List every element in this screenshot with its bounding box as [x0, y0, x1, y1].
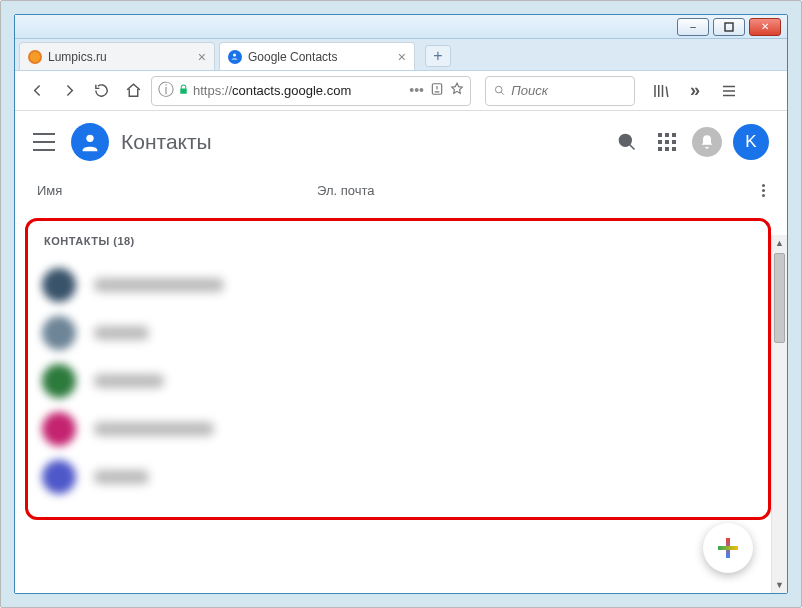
home-button[interactable]: [119, 77, 147, 105]
main-menu-button[interactable]: [33, 133, 55, 151]
contact-avatar: [42, 460, 76, 494]
search-icon: [494, 84, 505, 97]
plus-icon: [718, 538, 738, 558]
contact-name-blurred: [94, 374, 164, 388]
scroll-thumb[interactable]: [774, 253, 785, 343]
create-contact-fab[interactable]: [703, 523, 753, 573]
bookmark-icon[interactable]: [450, 82, 464, 99]
tab-close-icon[interactable]: ×: [198, 50, 206, 64]
window-titlebar: – ✕: [15, 15, 787, 39]
address-bar[interactable]: ⓘ https://contacts.google.com •••: [151, 76, 471, 106]
contact-avatar: [42, 364, 76, 398]
tab-close-icon[interactable]: ×: [398, 50, 406, 64]
window-maximize-button[interactable]: [713, 18, 745, 36]
new-tab-button[interactable]: +: [425, 45, 451, 67]
reader-mode-icon[interactable]: [430, 82, 444, 99]
lock-icon: [178, 82, 189, 100]
svg-point-5: [620, 135, 632, 147]
contact-name-blurred: [94, 278, 224, 292]
svg-point-4: [86, 135, 93, 142]
svg-point-3: [495, 86, 502, 93]
app-bar: Контакты K: [15, 111, 787, 173]
site-info-icon[interactable]: ⓘ: [158, 80, 174, 101]
google-apps-button[interactable]: [647, 122, 687, 162]
scroll-down-icon[interactable]: ▼: [772, 577, 787, 593]
overflow-button[interactable]: »: [681, 77, 709, 105]
column-name: Имя: [37, 183, 317, 198]
apps-grid-icon: [658, 133, 676, 151]
account-avatar[interactable]: K: [733, 124, 769, 160]
browser-toolbar: ⓘ https://contacts.google.com ••• »: [15, 71, 787, 111]
tab-strip: Lumpics.ru × Google Contacts × +: [15, 39, 787, 71]
contact-row[interactable]: [36, 453, 760, 501]
tab-title: Lumpics.ru: [48, 50, 198, 64]
page-actions-icon[interactable]: •••: [409, 82, 424, 99]
contact-avatar: [42, 268, 76, 302]
contacts-section-label: КОНТАКТЫ (18): [36, 231, 760, 261]
vertical-scrollbar[interactable]: ▲ ▼: [771, 235, 787, 593]
contact-row[interactable]: [36, 405, 760, 453]
contacts-logo-icon: [71, 123, 109, 161]
column-email: Эл. почта: [317, 183, 762, 198]
reload-button[interactable]: [87, 77, 115, 105]
scroll-up-icon[interactable]: ▲: [772, 235, 787, 251]
contact-name-blurred: [94, 470, 149, 484]
back-button[interactable]: [23, 77, 51, 105]
tab-title: Google Contacts: [248, 50, 398, 64]
contact-name-blurred: [94, 422, 214, 436]
app-title: Контакты: [121, 130, 212, 154]
contact-row[interactable]: [36, 309, 760, 357]
window-close-button[interactable]: ✕: [749, 18, 781, 36]
notifications-button[interactable]: [687, 122, 727, 162]
contacts-list-highlight: КОНТАКТЫ (18): [25, 218, 771, 520]
menu-button[interactable]: [715, 77, 743, 105]
contact-name-blurred: [94, 326, 149, 340]
column-headers: Имя Эл. почта: [15, 173, 787, 212]
contact-row[interactable]: [36, 357, 760, 405]
library-button[interactable]: [647, 77, 675, 105]
window-minimize-button[interactable]: –: [677, 18, 709, 36]
page-content: Контакты K Имя Эл. почта КОНТАКТЫ (18): [15, 111, 787, 593]
search-input[interactable]: [511, 83, 626, 98]
contact-row[interactable]: [36, 261, 760, 309]
search-box[interactable]: [485, 76, 635, 106]
list-settings-button[interactable]: [762, 184, 765, 197]
contact-avatar: [42, 412, 76, 446]
tab-lumpics[interactable]: Lumpics.ru ×: [19, 42, 215, 70]
search-button[interactable]: [607, 122, 647, 162]
tab-google-contacts[interactable]: Google Contacts ×: [219, 42, 415, 70]
forward-button[interactable]: [55, 77, 83, 105]
svg-point-1: [233, 53, 236, 56]
favicon-icon: [228, 50, 242, 64]
url-text: https://contacts.google.com: [193, 83, 351, 98]
favicon-icon: [28, 50, 42, 64]
svg-rect-0: [725, 23, 733, 31]
contact-avatar: [42, 316, 76, 350]
